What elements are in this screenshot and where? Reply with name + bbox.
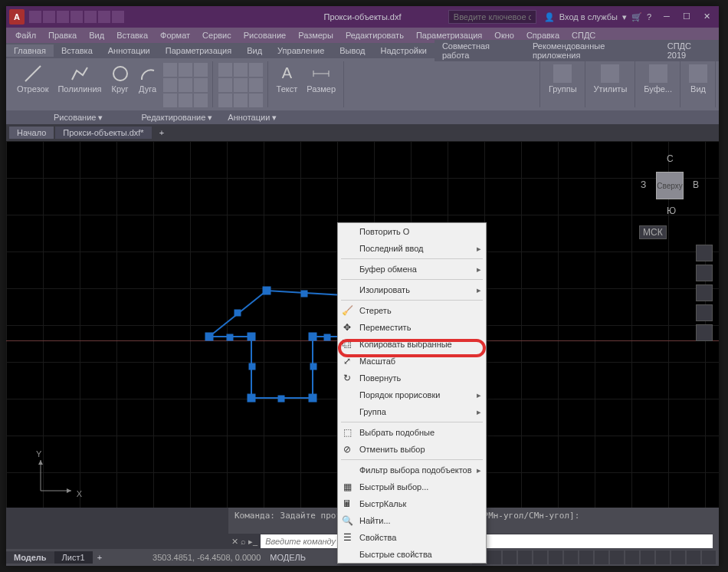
status-ortho-icon[interactable] xyxy=(503,551,516,564)
menu-view[interactable]: Вид xyxy=(83,29,110,41)
tab-insert[interactable]: Вставка xyxy=(54,44,100,57)
nav-orbit-icon[interactable] xyxy=(696,304,713,321)
ctx-найти-[interactable]: 🔍Найти... xyxy=(338,512,486,529)
command-input[interactable] xyxy=(261,534,713,548)
tool-groups[interactable]: Группы xyxy=(546,63,580,95)
qat-print-icon[interactable] xyxy=(84,11,97,23)
add-layout-button[interactable]: + xyxy=(93,553,107,562)
ctx-отменить-выбор[interactable]: ⊘Отменить выбор xyxy=(338,441,486,458)
nav-showm-icon[interactable] xyxy=(696,324,713,341)
qat-save-icon[interactable] xyxy=(57,11,69,23)
ctx-быстркальк[interactable]: 🖩БыстрКальк xyxy=(338,495,486,512)
status-snap-icon[interactable] xyxy=(487,551,501,564)
tab-spds[interactable]: СПДС 2019 xyxy=(660,40,719,61)
help-icon[interactable]: ? xyxy=(647,12,651,21)
ctx-копировать-выбранные[interactable]: ⿻Копировать выбранные xyxy=(338,336,486,353)
panel-draw[interactable]: Рисование ▾ xyxy=(54,113,103,123)
tool-arc[interactable]: Дуга xyxy=(136,63,160,107)
qat-new-icon[interactable] xyxy=(29,11,41,23)
panel-modify[interactable]: Редактирование ▾ xyxy=(141,113,212,123)
tab-view[interactable]: Вид xyxy=(239,44,270,57)
status-hw-icon[interactable] xyxy=(671,551,685,564)
status-cycle-icon[interactable] xyxy=(595,551,608,564)
tab-addins[interactable]: Надстройки xyxy=(373,44,435,57)
modify-icon[interactable] xyxy=(249,63,263,77)
menu-edit[interactable]: Правка xyxy=(42,29,83,41)
menu-modify[interactable]: Редактировать xyxy=(339,29,410,41)
model-space-label[interactable]: МОДЕЛЬ xyxy=(270,553,306,562)
ctx-свойства[interactable]: ☰Свойства xyxy=(338,529,486,546)
login-icon[interactable]: 👤 xyxy=(544,12,555,22)
nav-zoom-icon[interactable] xyxy=(696,284,713,301)
tool-text[interactable]: AТекст xyxy=(274,63,301,95)
new-doc-button[interactable]: + xyxy=(153,127,170,139)
modify-icon[interactable] xyxy=(234,78,248,92)
ctx-фильтр-выбора-подобъектов[interactable]: Фильтр выбора подобъектов xyxy=(338,462,486,478)
modify-icon[interactable] xyxy=(234,63,248,77)
menu-dimensions[interactable]: Размеры xyxy=(292,29,339,41)
ctx-повернуть[interactable]: ↻Повернуть xyxy=(338,370,486,386)
login-label[interactable]: Вход в службы xyxy=(559,12,618,21)
cart-icon[interactable]: 🛒 xyxy=(631,12,642,22)
qat-redo-icon[interactable] xyxy=(112,11,124,23)
status-polar-icon[interactable] xyxy=(518,551,532,564)
nav-pan-icon[interactable] xyxy=(696,265,713,281)
ctx-группа[interactable]: Группа xyxy=(338,403,486,420)
menu-format[interactable]: Формат xyxy=(154,29,196,41)
ctx-быстрые-свойства[interactable]: Быстрые свойства xyxy=(338,546,486,563)
tool-icon[interactable] xyxy=(179,78,192,92)
tool-icon[interactable] xyxy=(163,94,177,107)
viewcube[interactable]: С З В Ю Сверху МСК xyxy=(639,149,700,233)
qat-undo-icon[interactable] xyxy=(98,11,110,23)
menu-service[interactable]: Сервис xyxy=(196,29,238,41)
ctx-переместить[interactable]: ✥Переместить xyxy=(338,319,486,336)
status-osnap-icon[interactable] xyxy=(533,551,547,564)
status-custom-icon[interactable] xyxy=(702,551,716,564)
ctx-буфер-обмена[interactable]: Буфер обмена xyxy=(338,261,486,278)
modify-icon[interactable] xyxy=(218,63,232,77)
close-button[interactable]: ✕ xyxy=(697,9,716,25)
ctx-изолировать[interactable]: Изолировать xyxy=(338,281,486,298)
qat-open-icon[interactable] xyxy=(43,11,55,23)
maximize-button[interactable]: ☐ xyxy=(677,9,696,25)
tool-line[interactable]: Отрезок xyxy=(14,63,51,107)
tool-icon[interactable] xyxy=(163,63,177,77)
menu-draw[interactable]: Рисование xyxy=(238,29,292,41)
modify-icon[interactable] xyxy=(218,78,232,92)
status-lwt-icon[interactable] xyxy=(564,551,578,564)
layout-tab[interactable]: Лист1 xyxy=(54,551,93,564)
ctx-выбрать-подобные[interactable]: ⬚Выбрать подобные xyxy=(338,424,486,441)
status-transp-icon[interactable] xyxy=(579,551,593,564)
ctx-порядок-прорисовки[interactable]: Порядок прорисовки xyxy=(338,386,486,403)
ctx-стереть[interactable]: 🧹Стереть xyxy=(338,302,486,319)
status-otrack-icon[interactable] xyxy=(549,551,562,564)
tool-dimension[interactable]: Размер xyxy=(303,63,339,95)
tool-view[interactable]: Вид xyxy=(686,63,710,95)
dropdown-icon[interactable]: ▾ xyxy=(622,12,627,22)
modify-icon[interactable] xyxy=(218,94,232,107)
qat-saveas-icon[interactable] xyxy=(71,11,83,23)
menu-insert[interactable]: Вставка xyxy=(110,29,154,41)
tool-icon[interactable] xyxy=(194,94,208,107)
tool-icon[interactable] xyxy=(194,78,208,92)
status-workspace-icon[interactable] xyxy=(625,551,639,564)
search-input[interactable] xyxy=(448,10,536,24)
doc-tab-start[interactable]: Начало xyxy=(9,127,54,139)
tab-output[interactable]: Вывод xyxy=(332,44,372,57)
tab-home[interactable]: Главная xyxy=(6,44,54,57)
modify-icon[interactable] xyxy=(234,94,248,107)
status-clean-icon[interactable] xyxy=(687,551,700,564)
viewcube-top[interactable]: Сверху xyxy=(656,172,684,199)
tool-icon[interactable] xyxy=(163,78,177,92)
menu-file[interactable]: Файл xyxy=(9,29,42,41)
tab-apps[interactable]: Рекомендованные приложения xyxy=(525,40,660,61)
tool-icon[interactable] xyxy=(194,63,208,77)
ctx-последний-ввод[interactable]: Последний ввод xyxy=(338,240,486,257)
tool-icon[interactable] xyxy=(179,63,192,77)
nav-wheel-icon[interactable] xyxy=(696,245,713,261)
tool-polyline[interactable]: Полилиния xyxy=(54,63,104,107)
ctx-повторить-о[interactable]: Повторить О xyxy=(338,223,486,240)
modify-icon[interactable] xyxy=(249,78,263,92)
tab-parametric[interactable]: Параметризация xyxy=(158,44,239,57)
minimize-button[interactable]: ─ xyxy=(657,9,676,25)
